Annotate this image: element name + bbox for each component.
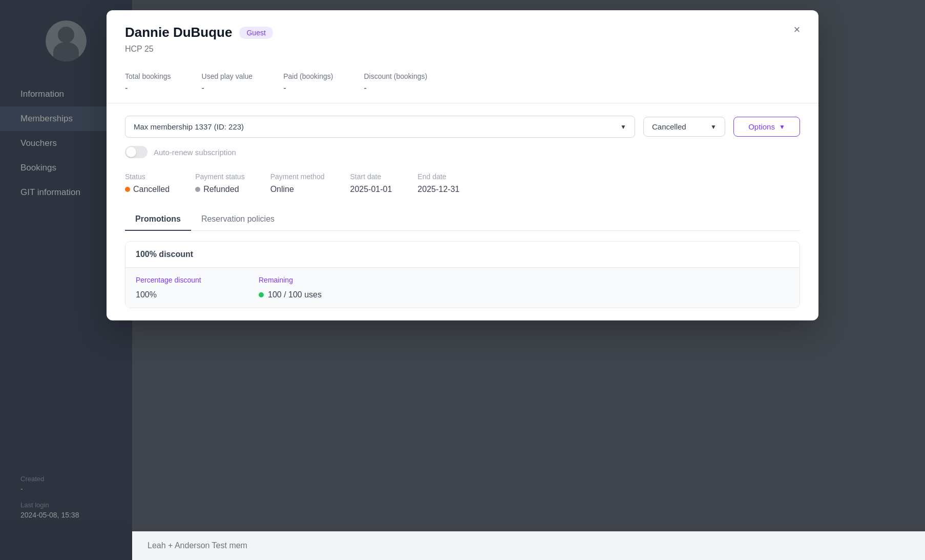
remaining-green-dot — [259, 292, 264, 297]
auto-renew-row: Auto-renew subscription — [125, 146, 800, 158]
stat-discount-bookings: Discount (bookings) - — [364, 72, 427, 93]
cancelled-dot — [125, 187, 130, 192]
end-date-col-label: End date — [417, 173, 459, 181]
stat-total-bookings: Total bookings - — [125, 72, 171, 93]
auto-renew-label: Auto-renew subscription — [154, 148, 236, 157]
stat-total-bookings-value: - — [125, 83, 171, 93]
stat-total-bookings-label: Total bookings — [125, 72, 171, 80]
modal-body: Max membership 1337 (ID: 223) ▼ Cancelle… — [107, 103, 818, 320]
payment-status-col-label: Payment status — [195, 173, 245, 181]
stat-discount-label: Discount (bookings) — [364, 72, 427, 80]
payment-method-col-label: Payment method — [270, 173, 325, 181]
tab-promotions[interactable]: Promotions — [125, 208, 191, 231]
stat-used-play-value: Used play value - — [202, 72, 253, 93]
options-button[interactable]: Options ▼ — [733, 117, 800, 137]
stat-used-play-label: Used play value — [202, 72, 253, 80]
payment-status-col-value: Refunded — [195, 185, 245, 194]
refunded-dot — [195, 187, 200, 192]
status-col-label: Status — [125, 173, 170, 181]
promo-remaining-value: 100 / 100 uses — [259, 290, 322, 299]
close-button[interactable]: × — [788, 20, 806, 39]
auto-renew-toggle[interactable] — [125, 146, 148, 158]
modal-subtitle: HCP 25 — [125, 45, 800, 62]
membership-dropdown-label: Max membership 1337 (ID: 223) — [134, 122, 244, 131]
modal-overlay: Dannie DuBuque Guest HCP 25 × Total book… — [0, 0, 925, 560]
tab-reservation-policies[interactable]: Reservation policies — [191, 208, 285, 231]
status-col-value: Cancelled — [125, 185, 170, 194]
end-date-col-value: 2025-12-31 — [417, 185, 459, 194]
guest-badge: Guest — [239, 27, 272, 39]
start-date-col-label: Start date — [350, 173, 392, 181]
stat-paid-label: Paid (bookings) — [283, 72, 333, 80]
info-col-status: Status Cancelled — [125, 173, 170, 194]
info-col-start-date: Start date 2025-01-01 — [350, 173, 392, 194]
modal-title: Dannie DuBuque — [125, 25, 232, 40]
membership-selector-row: Max membership 1337 (ID: 223) ▼ Cancelle… — [125, 116, 800, 138]
stat-discount-val: - — [364, 83, 427, 93]
promotion-card: 100% discount Percentage discount Remain… — [125, 241, 800, 308]
toggle-thumb — [126, 147, 136, 157]
modal-header-section: Dannie DuBuque Guest HCP 25 — [107, 10, 818, 62]
stat-used-play-val: - — [202, 83, 253, 93]
tabs-row: Promotions Reservation policies — [125, 208, 800, 231]
background-list-item: Leah + Anderson Test mem — [132, 531, 925, 560]
options-button-label: Options — [748, 122, 775, 131]
start-date-col-value: 2025-01-01 — [350, 185, 392, 194]
status-dropdown-label: Cancelled — [652, 122, 686, 131]
promotion-card-body: Percentage discount Remaining 100% 100 /… — [125, 268, 800, 308]
membership-dropdown[interactable]: Max membership 1337 (ID: 223) ▼ — [125, 116, 635, 138]
promotion-cols-header: Percentage discount Remaining — [136, 276, 789, 284]
promo-remaining-label: Remaining — [259, 276, 361, 284]
stat-paid-bookings: Paid (bookings) - — [283, 72, 333, 93]
page-wrapper: Information Memberships Vouchers Booking… — [0, 0, 925, 560]
modal: Dannie DuBuque Guest HCP 25 × Total book… — [107, 10, 818, 320]
info-col-end-date: End date 2025-12-31 — [417, 173, 459, 194]
promotion-cols-values: 100% 100 / 100 uses — [136, 290, 789, 299]
payment-method-col-value: Online — [270, 185, 325, 194]
chevron-down-icon: ▼ — [620, 123, 626, 131]
stats-row: Total bookings - Used play value - Paid … — [107, 62, 818, 103]
promo-percentage-label: Percentage discount — [136, 276, 238, 284]
status-chevron-icon: ▼ — [710, 123, 717, 131]
info-col-payment-status: Payment status Refunded — [195, 173, 245, 194]
stat-paid-val: - — [283, 83, 333, 93]
info-grid: Status Cancelled Payment status Refunded — [125, 173, 800, 194]
status-dropdown[interactable]: Cancelled ▼ — [643, 117, 725, 137]
promotion-card-header: 100% discount — [125, 242, 800, 268]
info-col-payment-method: Payment method Online — [270, 173, 325, 194]
options-chevron-icon: ▼ — [779, 123, 785, 131]
promo-percentage-value: 100% — [136, 290, 238, 299]
